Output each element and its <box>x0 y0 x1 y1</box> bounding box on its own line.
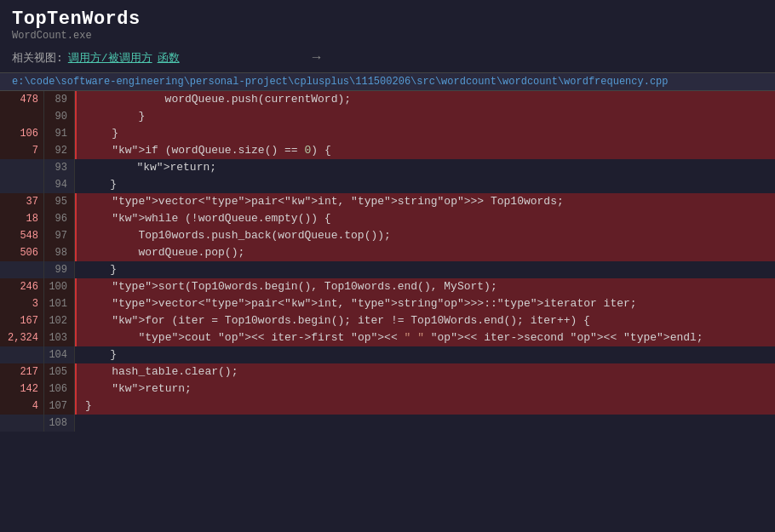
line-number: 97 <box>44 227 75 244</box>
line-number: 94 <box>44 176 75 193</box>
hit-count: 548 <box>0 227 44 244</box>
table-row: 108 <box>0 415 775 432</box>
table-row: 54897 Top10words.push_back(wordQueue.top… <box>0 227 775 244</box>
line-number: 105 <box>44 363 75 380</box>
hit-count <box>0 261 44 278</box>
table-row: 10691 } <box>0 125 775 142</box>
code-content: } <box>75 176 775 193</box>
table-row: 246100 "type">sort(Top10words.begin(), T… <box>0 278 775 295</box>
arrow-icon: → <box>313 50 321 66</box>
hit-count <box>0 176 44 193</box>
callers-callees-link[interactable]: 调用方/被调用方 <box>68 50 152 66</box>
hit-count <box>0 108 44 125</box>
hit-count: 37 <box>0 193 44 210</box>
line-number: 106 <box>44 380 75 398</box>
hit-count <box>0 346 44 363</box>
line-number: 96 <box>44 210 75 227</box>
table-row: 4107} <box>0 398 775 415</box>
related-view: 相关视图: 调用方/被调用方 函数 → <box>12 47 763 69</box>
code-content <box>75 415 775 432</box>
line-number: 95 <box>44 193 75 210</box>
table-row: 93 "kw">return; <box>0 159 775 176</box>
table-row: 99 } <box>0 261 775 278</box>
line-number: 92 <box>44 142 75 159</box>
code-content: Top10words.push_back(wordQueue.top()); <box>75 227 775 244</box>
header: TopTenWords WordCount.exe 相关视图: 调用方/被调用方… <box>0 0 775 72</box>
code-content: "kw">return; <box>75 159 775 176</box>
table-row: 94 } <box>0 176 775 193</box>
hit-count: 4 <box>0 398 44 415</box>
line-number: 100 <box>44 278 75 295</box>
code-content: "kw">return; <box>75 380 775 398</box>
hit-count: 3 <box>0 295 44 312</box>
line-number: 103 <box>44 329 75 346</box>
code-content: } <box>75 261 775 278</box>
table-row: 3795 "type">vector<"type">pair<"kw">int,… <box>0 193 775 210</box>
hit-count: 142 <box>0 380 44 398</box>
line-number: 102 <box>44 312 75 329</box>
functions-link[interactable]: 函数 <box>158 50 180 66</box>
code-content: "kw">while (!wordQueue.empty()) { <box>75 210 775 227</box>
code-content: wordQueue.push(currentWord); <box>75 91 775 108</box>
app-subtitle: WordCount.exe <box>12 30 763 42</box>
line-number: 107 <box>44 398 75 415</box>
line-number: 104 <box>44 346 75 363</box>
code-content: "kw">if (wordQueue.size() == 0) { <box>75 142 775 159</box>
line-number: 89 <box>44 91 75 108</box>
line-number: 90 <box>44 108 75 125</box>
table-row: 2,324103 "type">cout "op"><< iter->first… <box>0 329 775 346</box>
code-content: } <box>75 346 775 363</box>
hit-count: 478 <box>0 91 44 108</box>
line-number: 93 <box>44 159 75 176</box>
code-content: } <box>75 125 775 142</box>
line-number: 101 <box>44 295 75 312</box>
hit-count: 167 <box>0 312 44 329</box>
related-label: 相关视图: <box>12 50 63 66</box>
hit-count: 18 <box>0 210 44 227</box>
app-title: TopTenWords <box>12 9 763 30</box>
hit-count: 506 <box>0 244 44 261</box>
line-number: 108 <box>44 415 75 432</box>
table-row: 47889 wordQueue.push(currentWord); <box>0 91 775 108</box>
hit-count: 246 <box>0 278 44 295</box>
hit-count: 106 <box>0 125 44 142</box>
table-row: 1896 "kw">while (!wordQueue.empty()) { <box>0 210 775 227</box>
table-row: 3101 "type">vector<"type">pair<"kw">int,… <box>0 295 775 312</box>
code-content: hash_table.clear(); <box>75 363 775 380</box>
line-number: 98 <box>44 244 75 261</box>
code-content: wordQueue.pop(); <box>75 244 775 261</box>
code-area: 47889 wordQueue.push(currentWord);90 }10… <box>0 91 775 532</box>
hit-count: 217 <box>0 363 44 380</box>
code-content: } <box>75 398 775 415</box>
table-row: 142106 "kw">return; <box>0 380 775 398</box>
table-row: 50698 wordQueue.pop(); <box>0 244 775 261</box>
code-content: "type">vector<"type">pair<"kw">int, "typ… <box>75 193 775 210</box>
table-row: 90 } <box>0 108 775 125</box>
line-number: 91 <box>44 125 75 142</box>
hit-count <box>0 159 44 176</box>
hit-count <box>0 415 44 432</box>
table-row: 217105 hash_table.clear(); <box>0 363 775 380</box>
code-content: "type">vector<"type">pair<"kw">int, "typ… <box>75 295 775 312</box>
code-content: "type">cout "op"><< iter->first "op"><< … <box>75 329 775 346</box>
code-content: "type">sort(Top10words.begin(), Top10wor… <box>75 278 775 295</box>
hit-count: 2,324 <box>0 329 44 346</box>
table-row: 167102 "kw">for (iter = Top10words.begin… <box>0 312 775 329</box>
hit-count: 7 <box>0 142 44 159</box>
code-content: "kw">for (iter = Top10words.begin(); ite… <box>75 312 775 329</box>
file-path-bar: e:\code\software-engineering\personal-pr… <box>0 72 775 91</box>
table-row: 104 } <box>0 346 775 363</box>
line-number: 99 <box>44 261 75 278</box>
table-row: 792 "kw">if (wordQueue.size() == 0) { <box>0 142 775 159</box>
code-content: } <box>75 108 775 125</box>
